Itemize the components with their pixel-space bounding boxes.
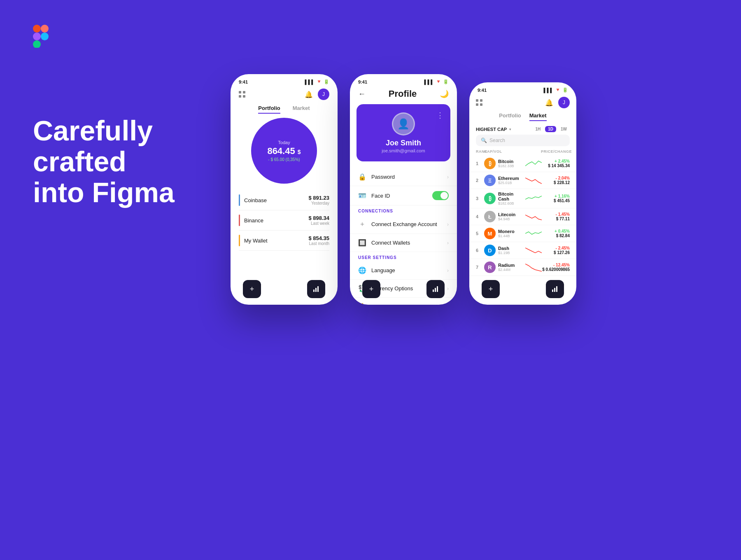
wifi-icon-3: 🔻 (555, 87, 561, 93)
icon-ltc: Ł (484, 211, 496, 222)
profile-email: joe.smith@gmail.com (382, 148, 425, 153)
change-rad: - 12.45% (542, 263, 570, 267)
time-buttons: 1H 1D 1W (532, 126, 570, 132)
settings-connect-exchange[interactable]: ＋ Connect Exchange Account › (350, 215, 457, 234)
bar-binance (239, 215, 240, 226)
grid-icon-3[interactable] (476, 99, 482, 106)
time-3: 9:41 (478, 88, 487, 93)
price-rad: $ 0.620009865 (542, 267, 570, 272)
tab-portfolio-3[interactable]: Portfolio (499, 112, 521, 121)
add-button-1[interactable]: + (243, 280, 261, 298)
amount-binance: $ 898.34 (308, 215, 329, 221)
name-eth: Ethereum (498, 176, 525, 181)
svg-rect-9 (435, 288, 436, 292)
crypto-row-dash[interactable]: 6 D Dash $1.19B - 2.45% $ 127.26 (469, 242, 576, 259)
avatar-1[interactable]: J (318, 89, 329, 100)
period-coinbase: Yesterday (308, 201, 329, 205)
hero-text: Carefully crafted into Figma (33, 115, 175, 208)
add-button-2[interactable]: + (362, 280, 380, 298)
signal-icon-3: ▌▌▌ (544, 88, 553, 93)
change-xmr: + 0.45% (542, 229, 570, 233)
filter-row: HIGHEST CAP ▾ 1H 1D 1W (469, 124, 576, 135)
search-placeholder: Search (489, 138, 505, 143)
crypto-row-eth[interactable]: 2 Ξ Ethereum $25.01B - 2.04% $ 228.12 (469, 172, 576, 189)
connect-wallets-label: Connect Wallets (371, 240, 410, 246)
tab-market-3[interactable]: Market (529, 112, 547, 121)
price-dash: $ 127.26 (542, 250, 570, 255)
phone-market: 9:41 ▌▌▌ 🔻 🔋 🔔 J Portfolio Market (469, 82, 576, 305)
crypto-row-rad[interactable]: 7 R Radium $2.44M - 12.45% $ 0.620009865 (469, 259, 576, 276)
info-rad: Radium $2.44M (498, 263, 525, 272)
moon-icon[interactable]: 🌙 (440, 89, 449, 98)
crypto-row-xmr[interactable]: 5 M Monero $1.44B + 0.45% $ 82.84 (469, 225, 576, 242)
header-price: PRICE/CHANGE (541, 149, 570, 154)
price-col-btc: + 2.45% $ 14 345.34 (542, 159, 570, 168)
change-ltc: - 1.45% (542, 212, 570, 217)
sparkline-xmr (525, 229, 542, 238)
price-col-ltc: - 1.45% $ 77.11 (542, 212, 570, 221)
hero-line1: Carefully (33, 115, 175, 146)
svg-rect-8 (433, 289, 434, 292)
cap-rad: $2.44M (498, 268, 525, 272)
time-1w[interactable]: 1W (558, 126, 570, 132)
svg-rect-6 (315, 288, 317, 292)
bell-icon[interactable]: 🔔 (305, 91, 313, 98)
settings-language[interactable]: 🌐 Language › (350, 261, 457, 280)
price-col-rad: - 12.45% $ 0.620009865 (542, 263, 570, 272)
figma-logo (33, 25, 49, 48)
chart-button-1[interactable] (307, 280, 325, 298)
chart-button-2[interactable] (426, 280, 445, 298)
crypto-row-btc[interactable]: 1 ₿ Bitcoin $182.33B + 2.45% $ 14 345.34 (469, 155, 576, 172)
account-name-wallet: My Wallet (244, 238, 268, 244)
price-xmr: $ 82.84 (542, 233, 570, 238)
status-bar-1: 9:41 ▌▌▌ 🔻 🔋 (231, 74, 338, 86)
battery-icon-1: 🔋 (324, 79, 329, 84)
filter-arrow[interactable]: ▾ (509, 127, 511, 131)
notif-label: Notifications (371, 303, 401, 305)
crypto-row-ltc[interactable]: 4 Ł Litecoin $4.94B - 1.45% $ 77.11 (469, 208, 576, 225)
settings-connect-wallets[interactable]: 🔲 Connect Wallets › (350, 234, 457, 252)
crypto-row-bch[interactable]: 3 ₿ Bitcoin Cash $182.60B + 1.16% $ 451.… (469, 189, 576, 208)
grid-icon[interactable] (239, 91, 245, 98)
header-icons-3: 🔔 J (545, 97, 570, 108)
rank-xmr: 5 (476, 231, 484, 236)
name-rad: Radium (498, 263, 525, 268)
wallet-icon: 🔲 (358, 239, 366, 247)
settings-password[interactable]: 🔒 Password › (350, 168, 457, 186)
price-eth: $ 228.12 (542, 180, 570, 185)
battery-icon-2: 🔋 (443, 79, 449, 84)
period-wallet: Last month (308, 241, 329, 246)
market-header: 🔔 J (469, 94, 576, 112)
icon-xmr: M (484, 228, 496, 239)
bar-wallet (239, 235, 240, 246)
cap-ltc: $4.94B (498, 217, 525, 221)
time-1d[interactable]: 1D (545, 126, 556, 132)
avatar-3[interactable]: J (558, 97, 570, 108)
add-button-3[interactable]: + (482, 280, 500, 298)
language-icon: 🌐 (358, 266, 366, 274)
sparkline-ltc (525, 212, 542, 222)
wifi-icon-1: 🔻 (316, 79, 322, 84)
chevron-exchange: › (447, 222, 449, 227)
info-ltc: Litecoin $4.94B (498, 212, 525, 221)
tab-market[interactable]: Market (293, 105, 310, 114)
faceid-toggle[interactable] (432, 191, 449, 200)
account-coinbase: Coinbase $ 891.23 Yesterday (239, 190, 329, 210)
change-btc: + 2.45% (542, 159, 570, 163)
time-1h[interactable]: 1H (532, 126, 543, 132)
profile-menu-dots[interactable]: ⋮ (436, 111, 444, 120)
user-settings-label: USER SETTINGS (350, 252, 457, 261)
tab-portfolio[interactable]: Portfolio (258, 105, 280, 114)
market-tabs: Portfolio Market (469, 112, 576, 124)
icon-btc: ₿ (484, 158, 496, 169)
status-icons-1: ▌▌▌ 🔻 🔋 (305, 79, 329, 84)
back-arrow[interactable]: ← (358, 90, 366, 98)
bell-icon-3[interactable]: 🔔 (545, 99, 553, 107)
price-col-bch: + 1.16% $ 451.45 (542, 194, 570, 203)
faceid-icon: 🪪 (358, 192, 366, 200)
chart-button-3[interactable] (546, 280, 564, 298)
svg-rect-0 (33, 25, 41, 33)
chevron-notif: › (447, 304, 449, 305)
settings-faceid[interactable]: 🪪 Face ID (350, 186, 457, 205)
settings-notifications[interactable]: 🔔 Notifications › (350, 298, 457, 305)
